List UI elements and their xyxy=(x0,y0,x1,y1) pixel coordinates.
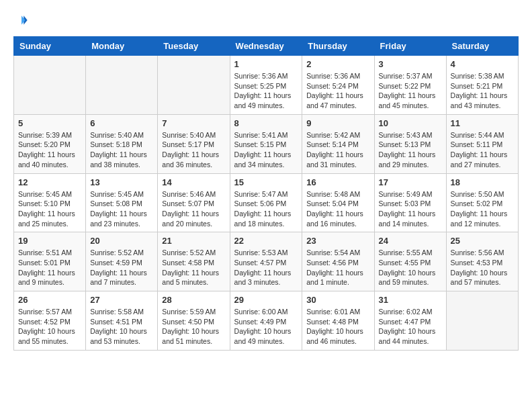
day-info: Sunrise: 5:40 AMSunset: 5:18 PMDaylight:… xyxy=(90,130,153,170)
calendar-cell: 16Sunrise: 5:48 AMSunset: 5:04 PMDayligh… xyxy=(302,173,374,232)
weekday-header: Friday xyxy=(374,37,446,56)
day-info: Sunrise: 5:36 AMSunset: 5:24 PMDaylight:… xyxy=(306,71,369,111)
day-number: 28 xyxy=(162,295,225,305)
calendar-cell: 10Sunrise: 5:43 AMSunset: 5:13 PMDayligh… xyxy=(374,114,446,173)
day-number: 8 xyxy=(234,118,298,128)
calendar-week-row: 5Sunrise: 5:39 AMSunset: 5:20 PMDaylight… xyxy=(14,114,519,173)
calendar-cell xyxy=(14,56,86,115)
day-info: Sunrise: 5:54 AMSunset: 4:56 PMDaylight:… xyxy=(306,248,369,287)
day-number: 6 xyxy=(90,118,153,128)
day-info: Sunrise: 5:57 AMSunset: 4:52 PMDaylight:… xyxy=(18,307,81,347)
calendar-cell: 5Sunrise: 5:39 AMSunset: 5:20 PMDaylight… xyxy=(14,114,86,173)
calendar-week-row: 26Sunrise: 5:57 AMSunset: 4:52 PMDayligh… xyxy=(14,291,519,351)
weekday-header: Wednesday xyxy=(230,37,302,56)
calendar-cell: 31Sunrise: 6:02 AMSunset: 4:47 PMDayligh… xyxy=(374,291,446,351)
calendar-cell: 22Sunrise: 5:53 AMSunset: 4:57 PMDayligh… xyxy=(230,232,302,291)
day-info: Sunrise: 5:41 AMSunset: 5:15 PMDaylight:… xyxy=(234,130,298,170)
day-number: 17 xyxy=(379,177,442,187)
day-number: 29 xyxy=(234,295,298,305)
calendar-table: SundayMondayTuesdayWednesdayThursdayFrid… xyxy=(13,36,519,351)
day-info: Sunrise: 5:49 AMSunset: 5:03 PMDaylight:… xyxy=(379,189,442,229)
day-number: 3 xyxy=(379,59,442,69)
day-info: Sunrise: 5:38 AMSunset: 5:21 PMDaylight:… xyxy=(451,71,514,111)
day-number: 21 xyxy=(162,236,225,246)
day-info: Sunrise: 5:45 AMSunset: 5:08 PMDaylight:… xyxy=(90,189,153,229)
calendar-week-row: 19Sunrise: 5:51 AMSunset: 5:01 PMDayligh… xyxy=(14,232,519,291)
day-number: 9 xyxy=(306,118,369,128)
day-number: 14 xyxy=(162,177,225,187)
calendar-cell: 18Sunrise: 5:50 AMSunset: 5:02 PMDayligh… xyxy=(446,173,518,232)
calendar-cell: 17Sunrise: 5:49 AMSunset: 5:03 PMDayligh… xyxy=(374,173,446,232)
page-header xyxy=(13,13,519,30)
day-number: 2 xyxy=(306,59,369,69)
calendar-cell: 21Sunrise: 5:52 AMSunset: 4:58 PMDayligh… xyxy=(158,232,230,291)
calendar-cell: 28Sunrise: 5:59 AMSunset: 4:50 PMDayligh… xyxy=(158,291,230,351)
logo-icon xyxy=(15,13,28,27)
calendar-cell: 1Sunrise: 5:36 AMSunset: 5:25 PMDaylight… xyxy=(230,56,302,115)
calendar-cell: 9Sunrise: 5:42 AMSunset: 5:14 PMDaylight… xyxy=(302,114,374,173)
day-info: Sunrise: 6:01 AMSunset: 4:48 PMDaylight:… xyxy=(306,307,369,347)
day-info: Sunrise: 5:46 AMSunset: 5:07 PMDaylight:… xyxy=(162,189,225,229)
day-number: 24 xyxy=(379,236,442,246)
day-number: 22 xyxy=(234,236,298,246)
logo xyxy=(13,13,28,30)
calendar-week-row: 1Sunrise: 5:36 AMSunset: 5:25 PMDaylight… xyxy=(14,56,519,115)
weekday-header: Tuesday xyxy=(158,37,230,56)
day-number: 5 xyxy=(18,118,81,128)
calendar-cell: 27Sunrise: 5:58 AMSunset: 4:51 PMDayligh… xyxy=(86,291,158,351)
day-info: Sunrise: 5:44 AMSunset: 5:11 PMDaylight:… xyxy=(451,130,514,170)
day-number: 20 xyxy=(90,236,153,246)
day-number: 4 xyxy=(451,59,514,69)
calendar-cell: 26Sunrise: 5:57 AMSunset: 4:52 PMDayligh… xyxy=(14,291,86,351)
day-number: 27 xyxy=(90,295,153,305)
day-info: Sunrise: 5:58 AMSunset: 4:51 PMDaylight:… xyxy=(90,307,153,347)
day-number: 31 xyxy=(379,295,442,305)
calendar-cell: 24Sunrise: 5:55 AMSunset: 4:55 PMDayligh… xyxy=(374,232,446,291)
day-info: Sunrise: 6:02 AMSunset: 4:47 PMDaylight:… xyxy=(379,307,442,347)
day-number: 12 xyxy=(18,177,81,187)
weekday-header: Sunday xyxy=(14,37,86,56)
day-number: 11 xyxy=(451,118,514,128)
calendar-cell: 4Sunrise: 5:38 AMSunset: 5:21 PMDaylight… xyxy=(446,56,518,115)
day-number: 13 xyxy=(90,177,153,187)
calendar-header-row: SundayMondayTuesdayWednesdayThursdayFrid… xyxy=(14,37,519,56)
calendar-cell xyxy=(446,291,518,351)
day-number: 15 xyxy=(234,177,298,187)
calendar-cell: 30Sunrise: 6:01 AMSunset: 4:48 PMDayligh… xyxy=(302,291,374,351)
calendar-cell: 8Sunrise: 5:41 AMSunset: 5:15 PMDaylight… xyxy=(230,114,302,173)
calendar-cell: 6Sunrise: 5:40 AMSunset: 5:18 PMDaylight… xyxy=(86,114,158,173)
calendar-cell: 19Sunrise: 5:51 AMSunset: 5:01 PMDayligh… xyxy=(14,232,86,291)
day-number: 23 xyxy=(306,236,369,246)
day-info: Sunrise: 5:36 AMSunset: 5:25 PMDaylight:… xyxy=(234,71,298,111)
day-number: 7 xyxy=(162,118,225,128)
calendar-cell: 13Sunrise: 5:45 AMSunset: 5:08 PMDayligh… xyxy=(86,173,158,232)
calendar-cell xyxy=(86,56,158,115)
day-info: Sunrise: 5:50 AMSunset: 5:02 PMDaylight:… xyxy=(451,189,514,229)
day-number: 19 xyxy=(18,236,81,246)
calendar-cell: 29Sunrise: 6:00 AMSunset: 4:49 PMDayligh… xyxy=(230,291,302,351)
weekday-header: Saturday xyxy=(446,37,518,56)
day-info: Sunrise: 5:59 AMSunset: 4:50 PMDaylight:… xyxy=(162,307,225,347)
day-info: Sunrise: 5:42 AMSunset: 5:14 PMDaylight:… xyxy=(306,130,369,170)
day-info: Sunrise: 5:52 AMSunset: 4:58 PMDaylight:… xyxy=(162,248,225,287)
calendar-cell: 23Sunrise: 5:54 AMSunset: 4:56 PMDayligh… xyxy=(302,232,374,291)
day-number: 16 xyxy=(306,177,369,187)
day-info: Sunrise: 5:37 AMSunset: 5:22 PMDaylight:… xyxy=(379,71,442,111)
day-info: Sunrise: 5:45 AMSunset: 5:10 PMDaylight:… xyxy=(18,189,81,229)
day-number: 26 xyxy=(18,295,81,305)
day-number: 18 xyxy=(451,177,514,187)
day-info: Sunrise: 5:48 AMSunset: 5:04 PMDaylight:… xyxy=(306,189,369,229)
day-info: Sunrise: 5:40 AMSunset: 5:17 PMDaylight:… xyxy=(162,130,225,170)
day-number: 25 xyxy=(451,236,514,246)
day-number: 1 xyxy=(234,59,298,69)
calendar-cell: 25Sunrise: 5:56 AMSunset: 4:53 PMDayligh… xyxy=(446,232,518,291)
calendar-cell: 3Sunrise: 5:37 AMSunset: 5:22 PMDaylight… xyxy=(374,56,446,115)
calendar-cell: 7Sunrise: 5:40 AMSunset: 5:17 PMDaylight… xyxy=(158,114,230,173)
day-info: Sunrise: 5:43 AMSunset: 5:13 PMDaylight:… xyxy=(379,130,442,170)
day-info: Sunrise: 5:53 AMSunset: 4:57 PMDaylight:… xyxy=(234,248,298,287)
day-info: Sunrise: 5:39 AMSunset: 5:20 PMDaylight:… xyxy=(18,130,81,170)
day-info: Sunrise: 5:52 AMSunset: 4:59 PMDaylight:… xyxy=(90,248,153,287)
weekday-header: Monday xyxy=(86,37,158,56)
day-info: Sunrise: 5:55 AMSunset: 4:55 PMDaylight:… xyxy=(379,248,442,287)
day-number: 30 xyxy=(306,295,369,305)
